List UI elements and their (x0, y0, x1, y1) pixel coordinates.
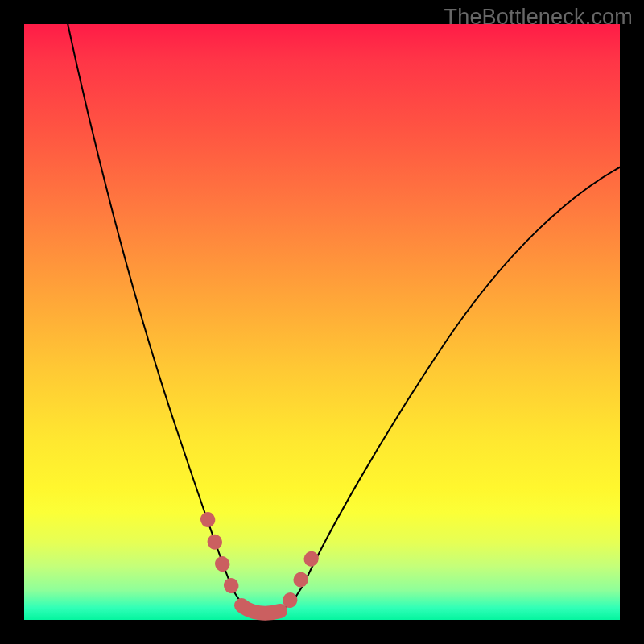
highlight-right (290, 543, 319, 601)
watermark-text: TheBottleneck.com (444, 5, 633, 30)
curve-path (66, 16, 624, 614)
plot-area (24, 24, 620, 620)
highlight-left (208, 519, 238, 600)
chart-container: TheBottleneck.com (0, 0, 644, 644)
highlight-bottom (242, 605, 280, 613)
bottleneck-curve (24, 24, 620, 620)
